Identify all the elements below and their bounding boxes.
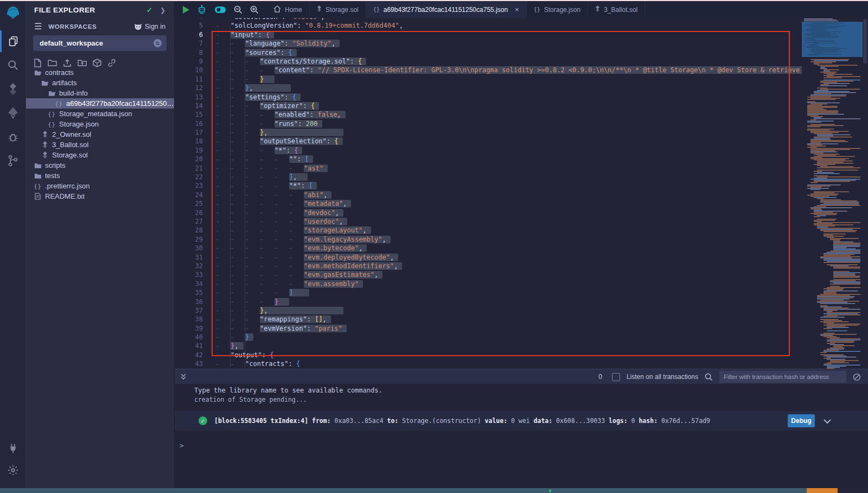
- tree-item[interactable]: scripts: [25, 160, 174, 170]
- indent-arrow-icon: →: [216, 288, 231, 297]
- rail-item-settings[interactable]: [0, 459, 25, 481]
- status-alert-badge[interactable]: [807, 488, 838, 493]
- code-token: ,: [362, 226, 366, 234]
- line-number: 19: [175, 146, 210, 155]
- editor-code-area[interactable]: →"solcVersion": "0.8.19",→"solcLongVersi…: [210, 18, 802, 386]
- code-token: :: [307, 325, 315, 332]
- debug-button[interactable]: Debug: [788, 414, 815, 427]
- tree-item[interactable]: contracts: [25, 67, 174, 78]
- tree-item[interactable]: {}Storage_metadata.json: [25, 109, 174, 119]
- json-icon: {}: [534, 7, 540, 12]
- workspaces-label: WORKSPACES: [48, 23, 97, 30]
- rail-item-file-explorer[interactable]: [0, 30, 25, 52]
- code-token: "language": [245, 40, 284, 47]
- tree-item-label: Storage.sol: [52, 151, 88, 159]
- indent-arrow-icon: →: [216, 102, 231, 110]
- code-editor[interactable]: 4567891011121314151617181920212223242526…: [175, 18, 868, 387]
- sign-in-button[interactable]: Sign in: [134, 23, 165, 30]
- indent-arrow-icon: →: [231, 66, 245, 75]
- rail-item-solidity-compiler[interactable]: [0, 78, 25, 100]
- listen-checkbox[interactable]: [612, 373, 620, 381]
- terminal-prompt[interactable]: >: [180, 441, 184, 450]
- terminal-search-icon[interactable]: [705, 373, 713, 381]
- line-number: 21: [175, 164, 210, 173]
- rail-item-deploy-run[interactable]: [0, 102, 25, 124]
- ai-assistant-icon[interactable]: [197, 5, 207, 14]
- code-token: "0.8.19+commit.7dd6d404": [305, 22, 399, 29]
- line-number: 28: [175, 226, 210, 235]
- tree-item[interactable]: {}Storage.json: [25, 119, 174, 129]
- code-token: ,: [323, 191, 327, 199]
- indent-arrow-icon: →: [260, 164, 275, 173]
- editor-scrollbar[interactable]: [863, 19, 867, 64]
- workspace-select[interactable]: default_workspace ⇅: [33, 35, 167, 51]
- indent-arrow-icon: →: [216, 262, 231, 270]
- tree-item[interactable]: Storage.sol: [25, 150, 174, 160]
- code-token: ,: [359, 244, 362, 252]
- tab-home[interactable]: Home: [266, 1, 310, 18]
- indent-arrow-icon: →: [245, 119, 260, 128]
- close-tab-icon[interactable]: ×: [515, 5, 519, 14]
- tree-item-label: contracts: [45, 68, 74, 77]
- indent-arrow-icon: →: [289, 244, 304, 252]
- code-line: →→→"remappings": [],: [210, 315, 802, 324]
- indent-arrow-icon: →: [245, 244, 260, 252]
- tab-a69b43f277ba20fcac141151250ca755-json[interactable]: {}a69b43f277ba20fcac141151250ca755.json×: [366, 1, 527, 18]
- selection-highlight: "evm.methodIdentifiers",: [304, 262, 402, 270]
- line-number: 8: [175, 48, 210, 57]
- panel-expand-chevron-icon[interactable]: ❯: [160, 7, 165, 14]
- tree-item-label: artifacts: [52, 79, 77, 87]
- log-expand-chevron-icon[interactable]: [824, 416, 831, 426]
- indent-arrow-icon: →: [216, 351, 231, 359]
- code-token: [: [305, 155, 309, 163]
- tree-item[interactable]: 3_Ballot.sol: [25, 140, 174, 150]
- selection-highlight: "language": "Solidity",: [245, 40, 340, 47]
- rail-item-debugger[interactable]: [0, 126, 25, 148]
- rail-item-git[interactable]: [0, 150, 25, 172]
- tree-item[interactable]: build-info: [25, 88, 174, 98]
- hamburger-menu-icon[interactable]: ☰: [34, 24, 42, 29]
- tree-item[interactable]: {}a69b43f277ba20fcac141151250ca7...: [25, 98, 174, 109]
- minimap[interactable]: [802, 18, 863, 387]
- code-token: ,: [234, 342, 238, 350]
- transaction-filter-input[interactable]: [719, 371, 846, 383]
- terminal-expand-icon[interactable]: [180, 373, 187, 381]
- indent-arrow-icon: →: [289, 191, 304, 199]
- indent-arrow-icon: →: [275, 280, 289, 288]
- zoom-in-icon[interactable]: [250, 5, 259, 14]
- tab-storage-sol[interactable]: Storage.sol: [310, 1, 366, 18]
- tree-item[interactable]: 2_Owner.sol: [25, 129, 174, 140]
- tree-item[interactable]: artifacts: [25, 78, 174, 88]
- code-line: →→"sources": {: [210, 48, 802, 57]
- code-line: →→→→→→"metadata",: [210, 199, 802, 208]
- tree-item-label: scripts: [45, 161, 66, 169]
- clear-filter-icon[interactable]: [853, 373, 861, 381]
- code-token: "runs": [275, 120, 298, 128]
- copilot-toggle[interactable]: [214, 6, 226, 14]
- line-number: 15: [175, 110, 210, 119]
- code-line: →→→}: [210, 75, 802, 84]
- rail-item-search[interactable]: [0, 54, 25, 76]
- tab-3-ballot-sol[interactable]: 3_Ballot.sol: [588, 1, 645, 18]
- selection-highlight: "metadata",: [304, 200, 351, 207]
- code-token: :: [258, 31, 266, 39]
- tree-item[interactable]: README.txt: [25, 191, 174, 201]
- tree-item-label: build-info: [59, 89, 88, 97]
- code-token: ,: [264, 307, 267, 314]
- tree-item[interactable]: tests: [25, 170, 174, 181]
- code-line: →→→→→→"evm.bytecode",: [210, 244, 802, 252]
- indent-arrow-icon: →: [231, 182, 245, 191]
- run-script-button[interactable]: [182, 6, 189, 14]
- line-number: 40: [175, 333, 210, 342]
- indent-arrow-icon: →: [231, 262, 245, 270]
- file-icon: [34, 193, 42, 200]
- line-number: 18: [175, 137, 210, 146]
- indent-arrow-icon: →: [260, 253, 275, 262]
- indent-arrow-icon: →: [260, 217, 275, 226]
- tree-item[interactable]: {}.prettierrc.json: [25, 181, 174, 191]
- rail-item-remix-logo[interactable]: [0, 2, 25, 24]
- tab-storage-json[interactable]: {}Storage.json: [527, 1, 588, 18]
- indent-arrow-icon: →: [245, 164, 260, 173]
- zoom-out-icon[interactable]: [234, 5, 242, 14]
- rail-item-plugin-manager[interactable]: [0, 438, 25, 459]
